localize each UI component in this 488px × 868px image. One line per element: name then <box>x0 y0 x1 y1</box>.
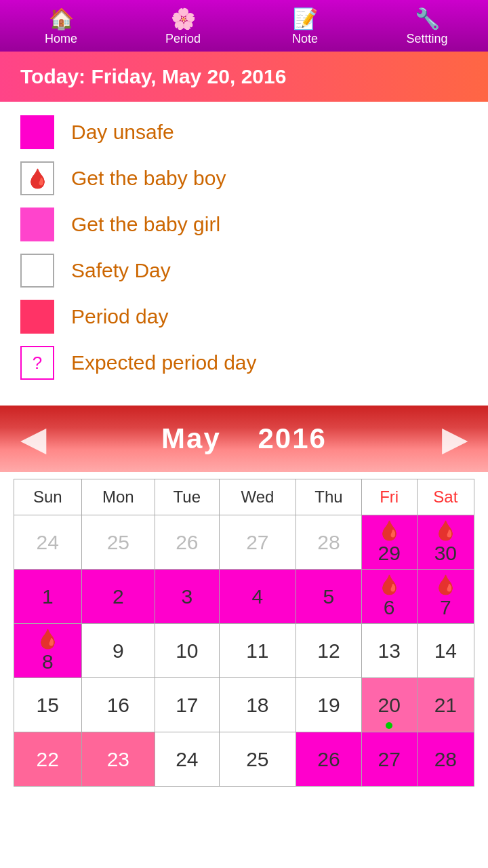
home-icon: 🏠 <box>49 7 74 31</box>
table-row: 🩸 7 <box>417 570 474 624</box>
weekday-sun: Sun <box>14 479 82 515</box>
legend-swatch-girl <box>20 208 54 241</box>
table-row: 22 <box>14 732 82 787</box>
weekday-sat: Sat <box>417 479 474 515</box>
table-row: 16 <box>81 678 155 732</box>
nav-settings-label: Settting <box>406 32 447 46</box>
table-row: 28 <box>296 515 361 570</box>
next-month-button[interactable]: ▶ <box>442 419 468 458</box>
weekday-tue: Tue <box>155 479 219 515</box>
cal-row-5: 22 23 24 25 26 27 28 <box>14 732 474 787</box>
calendar-weekday-row: Sun Mon Tue Wed Thu Fri Sat <box>14 479 474 515</box>
legend-baby-girl: Get the baby girl <box>20 208 468 241</box>
table-row: 15 <box>14 678 82 732</box>
weekday-thu: Thu <box>296 479 361 515</box>
table-row: 1 <box>14 570 82 624</box>
table-row: 23 <box>81 732 155 787</box>
legend-label-girl: Get the baby girl <box>71 213 220 236</box>
settings-icon: 🔧 <box>415 7 440 31</box>
table-row: 19 <box>296 678 361 732</box>
legend-swatch-unsafe <box>20 115 54 149</box>
legend-label-boy: Get the baby boy <box>71 167 226 190</box>
calendar-area: Sun Mon Tue Wed Thu Fri Sat 24 25 26 27 … <box>0 472 488 800</box>
cal-row-3: 🩸 8 9 10 11 12 13 14 <box>14 624 474 678</box>
table-row: 18 <box>219 678 296 732</box>
table-row: 2 <box>81 570 155 624</box>
navbar: 🏠 Home 🌸 Period 📝 Note 🔧 Settting <box>0 0 488 52</box>
calendar-table: Sun Mon Tue Wed Thu Fri Sat 24 25 26 27 … <box>14 479 474 787</box>
table-row: 14 <box>417 624 474 678</box>
legend-day-unsafe: Day unsafe <box>20 115 468 149</box>
calendar-header: ◀ May 2016 ▶ <box>0 406 488 472</box>
table-row: 20 <box>361 678 417 732</box>
table-row: 11 <box>219 624 296 678</box>
table-row: 25 <box>219 732 296 787</box>
legend-swatch-period <box>20 300 54 334</box>
table-row: 🩸 6 <box>361 570 417 624</box>
note-icon: 📝 <box>293 7 318 31</box>
table-row: 21 <box>417 678 474 732</box>
table-row: 27 <box>361 732 417 787</box>
table-row: 4 <box>219 570 296 624</box>
legend: Day unsafe 🩸 Get the baby boy Get the ba… <box>0 102 488 406</box>
today-banner: Today: Friday, May 20, 2016 <box>0 52 488 102</box>
table-row: 24 <box>14 515 82 570</box>
legend-period: Period day <box>20 300 468 334</box>
today-marker <box>386 722 392 729</box>
prev-month-button[interactable]: ◀ <box>20 419 46 458</box>
nav-home-label: Home <box>45 32 77 46</box>
question-icon: ? <box>33 353 42 374</box>
table-row: 24 <box>155 732 219 787</box>
nav-period-label: Period <box>165 32 201 46</box>
table-row: 9 <box>81 624 155 678</box>
table-row: 5 <box>296 570 361 624</box>
nav-settings[interactable]: 🔧 Settting <box>400 7 454 46</box>
table-row: 🩸 8 <box>14 624 82 678</box>
table-row: 12 <box>296 624 361 678</box>
table-row: 17 <box>155 678 219 732</box>
legend-swatch-boy: 🩸 <box>20 161 54 195</box>
legend-baby-boy: 🩸 Get the baby boy <box>20 161 468 195</box>
calendar-month-year: May 2016 <box>161 422 327 455</box>
weekday-mon: Mon <box>81 479 155 515</box>
legend-label-period: Period day <box>71 305 168 328</box>
table-row: 🩸 29 <box>361 515 417 570</box>
table-row: 🩸 30 <box>417 515 474 570</box>
legend-swatch-safety <box>20 254 54 288</box>
table-row: 27 <box>219 515 296 570</box>
nav-note[interactable]: 📝 Note <box>278 7 332 46</box>
legend-swatch-expected: ? <box>20 346 54 380</box>
legend-label-unsafe: Day unsafe <box>71 121 174 144</box>
legend-expected: ? Expected period day <box>20 346 468 380</box>
table-row: 10 <box>155 624 219 678</box>
nav-period[interactable]: 🌸 Period <box>156 7 210 46</box>
table-row: 3 <box>155 570 219 624</box>
table-row: 26 <box>155 515 219 570</box>
weekday-wed: Wed <box>219 479 296 515</box>
cal-row-2: 1 2 3 4 5 🩸 6 🩸 7 <box>14 570 474 624</box>
cal-row-1: 24 25 26 27 28 🩸 29 🩸 30 <box>14 515 474 570</box>
table-row: 25 <box>81 515 155 570</box>
cal-row-4: 15 16 17 18 19 20 21 <box>14 678 474 732</box>
weekday-fri: Fri <box>361 479 417 515</box>
nav-home[interactable]: 🏠 Home <box>34 7 88 46</box>
legend-label-expected: Expected period day <box>71 351 257 374</box>
legend-label-safety: Safety Day <box>71 259 171 282</box>
nav-note-label: Note <box>292 32 318 46</box>
legend-safety: Safety Day <box>20 254 468 288</box>
period-icon: 🌸 <box>171 7 196 31</box>
table-row: 28 <box>417 732 474 787</box>
today-text: Today: Friday, May 20, 2016 <box>20 65 286 87</box>
table-row: 13 <box>361 624 417 678</box>
drop-icon: 🩸 <box>26 167 49 190</box>
table-row: 26 <box>296 732 361 787</box>
